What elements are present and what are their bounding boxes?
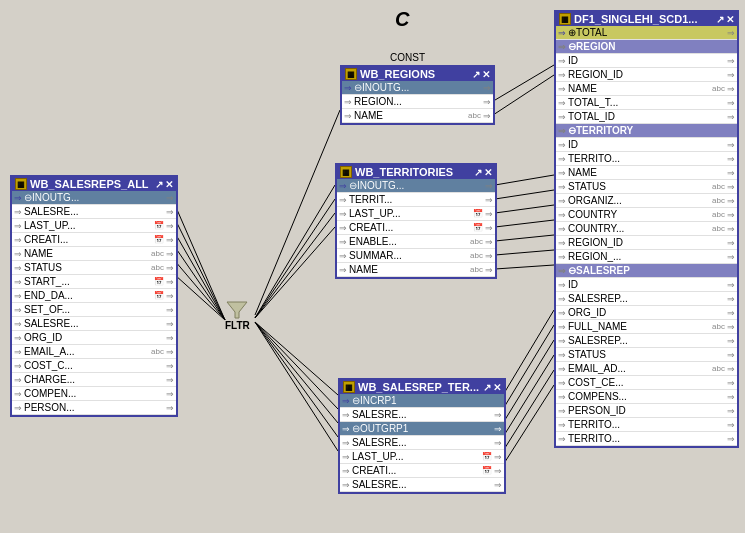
wb-regions-row-name[interactable]: ⇒ NAME abc ⇒ [342,109,493,123]
df1-row-compens[interactable]: ⇒ COMPENS... ⇒ [556,390,737,404]
wb-regions-maximize[interactable]: ↗ [472,69,480,80]
wb-salesrep-ter-table: ▦ WB_SALESREP_TER... ↗ ✕ ⇒ ⊖INCRP1 ⇒ SAL… [338,378,506,494]
wb-territories-title: WB_TERRITORIES [355,166,453,178]
wb-salesreps-all-row-person[interactable]: ⇒ PERSON... ⇒ [12,401,176,415]
wb-territories-close[interactable]: ✕ [484,167,492,178]
fltr-symbol[interactable]: FLTR [225,300,250,331]
df1-row-name2[interactable]: ⇒ NAME ⇒ [556,166,737,180]
df1-row-name1[interactable]: ⇒ NAME abc ⇒ [556,82,737,96]
df1-row-territo1[interactable]: ⇒ TERRITO... ⇒ [556,152,737,166]
wb-salesreps-all-row-creati[interactable]: ⇒ CREATI... 📅 ⇒ [12,233,176,247]
df1-row-region2[interactable]: ⇒ REGION_... ⇒ [556,250,737,264]
df1-row-total-t[interactable]: ⇒ TOTAL_T... ⇒ [556,96,737,110]
df1-row-total[interactable]: ⇒ ⊕TOTAL ⇒ [556,26,737,40]
wb-salesreps-all-row-setof[interactable]: ⇒ SET_OF... ⇒ [12,303,176,317]
wb-territories-row-territ[interactable]: ⇒ TERRIT... ⇒ [337,193,495,207]
wb-salesrep-ter-maximize[interactable]: ↗ [483,382,491,393]
df1-row-total-arrow: ⇒ [558,28,568,38]
wb-salesreps-all-close[interactable]: ✕ [165,179,173,190]
wb-territories-row-enable[interactable]: ⇒ ENABLE... abc ⇒ [337,235,495,249]
wb-salesrep-ter-row-lastup[interactable]: ⇒ LAST_UP... 📅 ⇒ [340,450,504,464]
wb-salesrep-ter-icon: ▦ [343,381,355,393]
wb-salesreps-all-row-inoutg[interactable]: ⇒ ⊖INOUTG... ⇒ [12,191,176,205]
df1-row-id3[interactable]: ⇒ ID ⇒ [556,278,737,292]
wb-salesreps-all-maximize[interactable]: ↗ [155,179,163,190]
df1-row-organiz[interactable]: ⇒ ORGANIZ... abc ⇒ [556,194,737,208]
wb-salesrep-ter-close[interactable]: ✕ [493,382,501,393]
df1-row-salesrep2[interactable]: ⇒ SALESREP... ⇒ [556,334,737,348]
df1-row-territo3[interactable]: ⇒ TERRITO... ⇒ [556,432,737,446]
df1-row-salesrep-group[interactable]: ⇒ ⊖SALESREP [556,264,737,278]
df1-row-country1[interactable]: ⇒ COUNTRY abc ⇒ [556,208,737,222]
wb-regions-icon: ▦ [345,68,357,80]
df1-row-region-id2[interactable]: ⇒ REGION_ID ⇒ [556,236,737,250]
df1-row-status1[interactable]: ⇒ STATUS abc ⇒ [556,180,737,194]
df1-row-id1[interactable]: ⇒ ID ⇒ [556,54,737,68]
df1-row-territory-group[interactable]: ⇒ ⊖TERRITORY [556,124,737,138]
wb-salesrep-ter-row-outgrp1[interactable]: ⇒ ⊖OUTGRP1 ⇒ [340,422,504,436]
svg-line-0 [175,205,225,320]
df1-row-person-id[interactable]: ⇒ PERSON_ID ⇒ [556,404,737,418]
wb-salesrep-ter-row-salesre1[interactable]: ⇒ SALESRE... ⇒ [340,408,504,422]
df1-row-status2[interactable]: ⇒ STATUS ⇒ [556,348,737,362]
df1-table-header[interactable]: ▦ DF1_SINGLEHI_SCD1... ↗ ✕ [556,12,737,26]
df1-row-id2[interactable]: ⇒ ID ⇒ [556,138,737,152]
wb-salesreps-all-row-charge[interactable]: ⇒ CHARGE... ⇒ [12,373,176,387]
svg-line-22 [495,235,554,241]
df1-row-salesrep1[interactable]: ⇒ SALESREP... ⇒ [556,292,737,306]
wb-regions-close[interactable]: ✕ [482,69,490,80]
wb-regions-table: ▦ WB_REGIONS ↗ ✕ ⇒ ⊖INOUTG... ⇒ ⇒ REGION… [340,65,495,125]
wb-salesrep-ter-row-creati[interactable]: ⇒ CREATI... 📅 ⇒ [340,464,504,478]
df1-maximize-icon[interactable]: ↗ [716,14,724,25]
wb-salesreps-all-row-compen[interactable]: ⇒ COMPEN... ⇒ [12,387,176,401]
svg-line-11 [255,322,338,395]
df1-row-country2[interactable]: ⇒ COUNTRY... abc ⇒ [556,222,737,236]
wb-salesreps-all-row-email[interactable]: ⇒ EMAIL_A... abc ⇒ [12,345,176,359]
df1-close-icon[interactable]: ✕ [726,14,734,25]
wb-regions-row-region[interactable]: ⇒ REGION... ⇒ [342,95,493,109]
wb-salesrep-ter-title: WB_SALESREP_TER... [358,381,479,393]
wb-salesreps-all-row-salesre2[interactable]: ⇒ SALESRE... ⇒ [12,317,176,331]
df1-row-region-group[interactable]: ⇒ ⊖REGION [556,40,737,54]
df1-row-email[interactable]: ⇒ EMAIL_AD... abc ⇒ [556,362,737,376]
wb-salesrep-ter-row-salesre3[interactable]: ⇒ SALESRE... ⇒ [340,478,504,492]
df1-table: ▦ DF1_SINGLEHI_SCD1... ↗ ✕ ⇒ ⊕TOTAL ⇒ ⇒ … [554,10,739,448]
svg-line-19 [495,190,554,199]
df1-row-cost[interactable]: ⇒ COST_CE... ⇒ [556,376,737,390]
wb-regions-row-inoutg[interactable]: ⇒ ⊖INOUTG... ⇒ [342,81,493,95]
wb-salesreps-all-row-costc[interactable]: ⇒ COST_C... ⇒ [12,359,176,373]
wb-salesreps-all-row-endda[interactable]: ⇒ END_DA... 📅 ⇒ [12,289,176,303]
wb-salesreps-all-row-start[interactable]: ⇒ START_... 📅 ⇒ [12,275,176,289]
wb-salesreps-all-row-name[interactable]: ⇒ NAME abc ⇒ [12,247,176,261]
wb-territories-row-inoutg[interactable]: ⇒ ⊖INOUTG... ⇒ [337,179,495,193]
wb-salesreps-all-row-orgid[interactable]: ⇒ ORG_ID ⇒ [12,331,176,345]
svg-line-5 [175,275,225,320]
df1-row-fullname[interactable]: ⇒ FULL_NAME abc ⇒ [556,320,737,334]
wb-regions-title: WB_REGIONS [360,68,435,80]
wb-regions-header[interactable]: ▦ WB_REGIONS ↗ ✕ [342,67,493,81]
wb-salesrep-ter-header[interactable]: ▦ WB_SALESREP_TER... ↗ ✕ [340,380,504,394]
df1-row-region-id[interactable]: ⇒ REGION_ID ⇒ [556,68,737,82]
df1-row-org-id[interactable]: ⇒ ORG_ID ⇒ [556,306,737,320]
svg-line-7 [255,185,335,318]
wb-salesreps-all-header[interactable]: ▦ WB_SALESREPS_ALL ↗ ✕ [12,177,176,191]
svg-line-20 [495,205,554,213]
wb-territories-row-creati[interactable]: ⇒ CREATI... 📅 ⇒ [337,221,495,235]
wb-salesreps-all-row-lastup[interactable]: ⇒ LAST_UP... 📅 ⇒ [12,219,176,233]
wb-territories-header[interactable]: ▦ WB_TERRITORIES ↗ ✕ [337,165,495,179]
wb-salesreps-all-row-salesre1[interactable]: ⇒ SALESRE... ⇒ [12,205,176,219]
wb-territories-row-lastup[interactable]: ⇒ LAST_UP... 📅 ⇒ [337,207,495,221]
wb-salesrep-ter-row-incrp1[interactable]: ⇒ ⊖INCRP1 [340,394,504,408]
svg-line-29 [503,370,554,451]
wb-territories-row-name[interactable]: ⇒ NAME abc ⇒ [337,263,495,277]
wb-territories-maximize[interactable]: ↗ [474,167,482,178]
svg-line-1 [175,219,225,320]
svg-line-8 [255,199,335,318]
wb-territories-table: ▦ WB_TERRITORIES ↗ ✕ ⇒ ⊖INOUTG... ⇒ ⇒ TE… [335,163,497,279]
wb-territories-row-summar[interactable]: ⇒ SUMMAR... abc ⇒ [337,249,495,263]
df1-row-total-id[interactable]: ⇒ TOTAL_ID ⇒ [556,110,737,124]
df1-row-territo2[interactable]: ⇒ TERRITO... ⇒ [556,418,737,432]
svg-line-14 [255,322,338,437]
wb-salesrep-ter-row-salesre2[interactable]: ⇒ SALESRE... ⇒ [340,436,504,450]
wb-salesreps-all-row-status[interactable]: ⇒ STATUS abc ⇒ [12,261,176,275]
